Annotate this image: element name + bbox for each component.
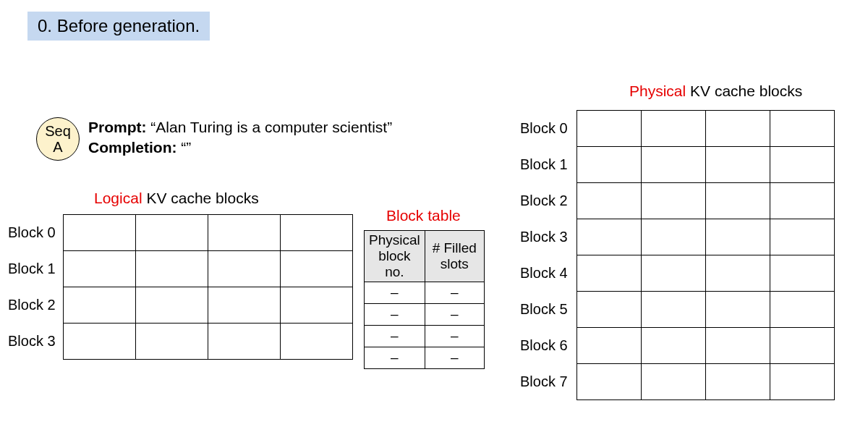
logical-table: Block 0Block 1Block 2Block 3 xyxy=(7,214,353,360)
physical-cell xyxy=(641,255,705,292)
physical-cell xyxy=(641,111,705,147)
logical-cell xyxy=(208,251,280,287)
logical-title-rest: KV cache blocks xyxy=(142,190,259,206)
block-table: Physical block no. # Filled slots ––––––… xyxy=(364,230,485,369)
physical-cell xyxy=(705,364,770,400)
blocktable-cell-phys: – xyxy=(365,282,425,303)
physical-row: Block 6 xyxy=(519,328,834,364)
blocktable-cell-filled: – xyxy=(425,325,484,347)
physical-cell xyxy=(770,111,834,147)
blocktable-row: –– xyxy=(365,347,485,368)
logical-title: Logical KV cache blocks xyxy=(94,190,259,207)
logical-row: Block 0 xyxy=(7,215,352,251)
physical-cell xyxy=(641,183,705,219)
physical-cell xyxy=(641,147,705,183)
logical-title-highlight: Logical xyxy=(94,190,142,206)
physical-row-label: Block 3 xyxy=(519,219,576,255)
physical-title: Physical KV cache blocks xyxy=(629,83,802,100)
prompt-value: “Alan Turing is a computer scientist” xyxy=(150,119,392,135)
blocktable-row: –– xyxy=(365,325,485,347)
physical-row-label: Block 4 xyxy=(519,255,576,292)
logical-cell xyxy=(63,215,135,251)
physical-row: Block 1 xyxy=(519,147,834,183)
logical-cell xyxy=(135,251,208,287)
physical-cell xyxy=(770,292,834,328)
physical-cell xyxy=(770,328,834,364)
physical-cell xyxy=(770,183,834,219)
physical-cell xyxy=(576,111,641,147)
physical-row-label: Block 1 xyxy=(519,147,576,183)
physical-cell xyxy=(705,292,770,328)
logical-cell xyxy=(280,287,352,324)
logical-cell xyxy=(280,251,352,287)
physical-cell xyxy=(705,219,770,255)
physical-cell xyxy=(705,111,770,147)
physical-cell xyxy=(705,147,770,183)
physical-cell xyxy=(576,328,641,364)
logical-row: Block 1 xyxy=(7,251,352,287)
physical-row-label: Block 5 xyxy=(519,292,576,328)
physical-cell xyxy=(641,292,705,328)
blocktable-header-phys-l1: Physical xyxy=(369,232,420,248)
physical-cell xyxy=(576,255,641,292)
physical-cell xyxy=(576,147,641,183)
blocktable-header-filled: # Filled slots xyxy=(425,231,484,282)
blocktable-header-filled-l2: slots xyxy=(441,256,469,271)
physical-row-label: Block 6 xyxy=(519,328,576,364)
physical-title-rest: KV cache blocks xyxy=(686,83,802,99)
blocktable-cell-filled: – xyxy=(425,282,484,303)
completion-label: Completion: xyxy=(88,139,176,156)
blocktable-cell-phys: – xyxy=(365,347,425,368)
logical-cell xyxy=(135,324,208,360)
blocktable-header-phys: Physical block no. xyxy=(365,231,425,282)
logical-cell xyxy=(280,324,352,360)
blocktable-title: Block table xyxy=(386,207,461,224)
prompt-label: Prompt: xyxy=(88,119,147,135)
logical-cell xyxy=(208,324,280,360)
logical-row-label: Block 1 xyxy=(7,251,63,287)
step-banner: 0. Before generation. xyxy=(27,12,210,41)
physical-row-label: Block 7 xyxy=(519,364,576,400)
logical-row: Block 2 xyxy=(7,287,352,324)
blocktable-row: –– xyxy=(365,282,485,303)
logical-row-label: Block 0 xyxy=(7,215,63,251)
blocktable-row: –– xyxy=(365,303,485,325)
logical-row: Block 3 xyxy=(7,324,352,360)
logical-cell xyxy=(208,287,280,324)
logical-row-label: Block 3 xyxy=(7,324,63,360)
logical-row-label: Block 2 xyxy=(7,287,63,324)
physical-cell xyxy=(705,255,770,292)
physical-row-label: Block 2 xyxy=(519,183,576,219)
completion-value: “” xyxy=(181,139,191,156)
physical-cell xyxy=(705,183,770,219)
sequence-badge: Seq A xyxy=(36,117,80,161)
logical-cell xyxy=(280,215,352,251)
physical-cell xyxy=(770,219,834,255)
physical-row: Block 0 xyxy=(519,111,834,147)
sequence-badge-line2: A xyxy=(53,139,62,155)
physical-row: Block 2 xyxy=(519,183,834,219)
physical-table: Block 0Block 1Block 2Block 3Block 4Block… xyxy=(519,110,835,400)
physical-cell xyxy=(641,219,705,255)
blocktable-header-phys-l2: block no. xyxy=(378,248,410,279)
physical-cell xyxy=(576,183,641,219)
logical-cell xyxy=(63,324,135,360)
logical-cell xyxy=(135,287,208,324)
physical-row: Block 5 xyxy=(519,292,834,328)
physical-cell xyxy=(576,292,641,328)
blocktable-cell-filled: – xyxy=(425,303,484,325)
physical-cell xyxy=(576,364,641,400)
physical-row: Block 3 xyxy=(519,219,834,255)
physical-cell xyxy=(576,219,641,255)
physical-title-highlight: Physical xyxy=(629,83,686,99)
blocktable-cell-phys: – xyxy=(365,325,425,347)
sequence-badge-line1: Seq xyxy=(45,123,71,139)
logical-cell xyxy=(63,251,135,287)
blocktable-cell-phys: – xyxy=(365,303,425,325)
logical-cell xyxy=(208,215,280,251)
logical-cell xyxy=(135,215,208,251)
physical-cell xyxy=(641,364,705,400)
logical-cell xyxy=(63,287,135,324)
blocktable-cell-filled: – xyxy=(425,347,484,368)
physical-cell xyxy=(641,328,705,364)
